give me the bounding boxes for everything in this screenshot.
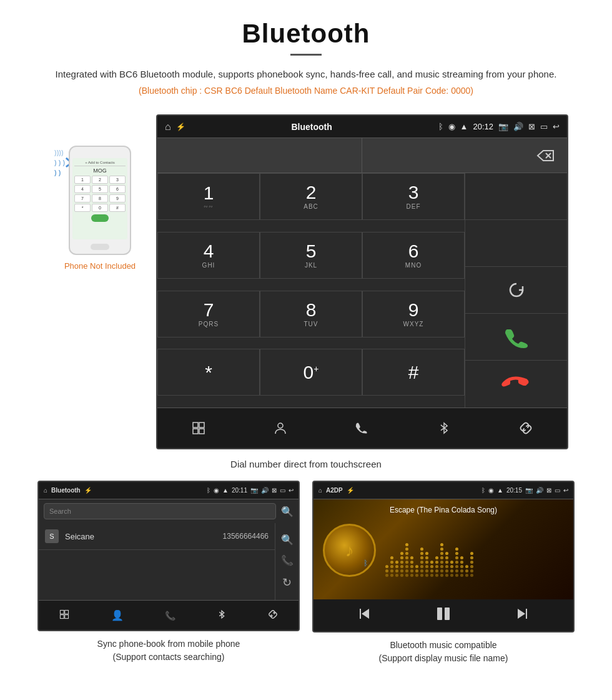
- page-header: Bluetooth Integrated with BC6 Bluetooth …: [0, 0, 612, 102]
- page-specs: (Bluetooth chip : CSR BC6 Default Blueto…: [37, 86, 575, 96]
- pb-nav-person[interactable]: 👤: [111, 609, 124, 621]
- music-dots-visual: // Dots will be generated below: [385, 524, 564, 577]
- music-x-icon: ⊠: [546, 487, 551, 494]
- album-bt-icon: ᛒ: [363, 559, 368, 568]
- dial-key-hash[interactable]: #: [362, 349, 465, 396]
- dial-hangup-btn[interactable]: [465, 361, 567, 408]
- pb-statusbar: ⌂ Bluetooth ⚡ ᛒ ◉ ▲ 20:11 📷 🔊 ⊠ ▭ ↩: [39, 482, 299, 499]
- music-play-pause-btn[interactable]: [435, 606, 452, 625]
- dial-keys-area: 1 ∾∾ 2 ABC 3 DEF 4 GHI 5 JKL: [157, 173, 567, 408]
- back-icon: ↩: [553, 122, 560, 131]
- pb-title: Bluetooth: [51, 487, 81, 494]
- svg-marker-16: [518, 609, 525, 619]
- pb-back-icon: ↩: [289, 487, 294, 494]
- right-empty-1: [465, 173, 567, 220]
- dial-key-4[interactable]: 4 GHI: [157, 232, 260, 279]
- phone-key: 4: [74, 185, 91, 193]
- phone-home-btn: [91, 244, 109, 250]
- pb-nav-grid[interactable]: [59, 609, 69, 622]
- pb-search-right-icon[interactable]: 🔍: [281, 534, 294, 546]
- dial-grid: 1 ∾∾ 2 ABC 3 DEF 4 GHI 5 JKL: [157, 173, 465, 408]
- nav-person-icon[interactable]: [265, 414, 296, 442]
- phone-key: 2: [92, 176, 108, 184]
- statusbar-left: ⌂ ⚡: [165, 121, 185, 132]
- svg-marker-12: [362, 609, 369, 619]
- pb-nav-phone[interactable]: 📞: [165, 611, 175, 621]
- music-next-btn[interactable]: [515, 607, 529, 624]
- phone-call-btn: [91, 214, 109, 222]
- pb-bt-icon: ᛒ: [207, 487, 210, 494]
- music-status-right: ᛒ ◉ ▲ 20:15 📷 🔊 ⊠ ▭ ↩: [481, 487, 568, 494]
- dial-key-2[interactable]: 2 ABC: [260, 173, 362, 220]
- dial-key-6[interactable]: 6 MNO: [362, 232, 465, 279]
- contact-number: 13566664466: [223, 532, 269, 541]
- music-album-art: ♪ ᛒ: [323, 524, 376, 577]
- dial-key-0[interactable]: 0+: [260, 349, 362, 396]
- pb-reload-right-icon[interactable]: ↻: [282, 576, 292, 589]
- dial-key-8[interactable]: 8 TUV: [260, 291, 362, 338]
- not-included-label: Phone Not Included: [64, 261, 136, 271]
- phone-key: 5: [92, 185, 108, 193]
- dial-display: [157, 138, 567, 173]
- usb-icon: ⚡: [176, 122, 185, 131]
- svg-rect-10: [65, 614, 69, 618]
- pb-search-field[interactable]: Search: [44, 503, 276, 519]
- dial-key-9[interactable]: 9 WXYZ: [362, 291, 465, 338]
- title-underline: [290, 54, 322, 56]
- nav-link-icon[interactable]: [510, 414, 541, 442]
- music-time: 20:15: [506, 487, 522, 494]
- phone-body: + Add to Contacts MOG 1 2 3 4 5 6 7 8 9 …: [69, 146, 131, 255]
- phone-key: 0: [92, 204, 108, 212]
- music-loc-icon: ◉: [488, 487, 494, 494]
- nav-grid-icon[interactable]: [183, 414, 214, 442]
- svg-rect-2: [193, 422, 198, 428]
- dial-backspace-btn[interactable]: [362, 138, 567, 172]
- phone-screen: + Add to Contacts MOG 1 2 3 4 5 6 7 8 9 …: [72, 158, 127, 239]
- camera-icon: 📷: [498, 122, 508, 131]
- svg-rect-14: [445, 608, 450, 620]
- phonebook-screen: ⌂ Bluetooth ⚡ ᛒ ◉ ▲ 20:11 📷 🔊 ⊠ ▭ ↩: [37, 481, 300, 631]
- phonebook-caption: Sync phone-book from mobile phone (Suppo…: [97, 638, 240, 664]
- dial-call-btn[interactable]: [465, 314, 567, 361]
- svg-rect-9: [61, 614, 64, 618]
- statusbar-center: Bluetooth: [291, 122, 332, 132]
- dial-key-7[interactable]: 7 PQRS: [157, 291, 260, 338]
- main-section: )))) ) ) ) ) ) + Add to Contacts MOG 1 2…: [0, 102, 612, 452]
- pb-status-right: ᛒ ◉ ▲ 20:11 📷 🔊 ⊠ ▭ ↩: [207, 487, 294, 494]
- phone-key: 3: [109, 176, 126, 184]
- svg-point-6: [278, 423, 283, 428]
- status-time: 20:12: [473, 122, 493, 131]
- dial-key-5[interactable]: 5 JKL: [260, 232, 362, 279]
- music-screen: ⌂ A2DP ⚡ ᛒ ◉ ▲ 20:15 📷 🔊 ⊠ ▭ ↩ E: [312, 481, 575, 632]
- phone-key: 6: [109, 185, 126, 193]
- page-description: Integrated with BC6 Bluetooth module, su…: [37, 67, 575, 82]
- pb-nav-bt[interactable]: [217, 609, 226, 622]
- phone-key: 8: [92, 194, 108, 202]
- dial-key-3[interactable]: 3 DEF: [362, 173, 465, 220]
- svg-rect-7: [61, 610, 64, 614]
- phone-key: 9: [109, 194, 126, 202]
- pb-status-left: ⌂ Bluetooth ⚡: [44, 487, 92, 494]
- music-statusbar: ⌂ A2DP ⚡ ᛒ ◉ ▲ 20:15 📷 🔊 ⊠ ▭ ↩: [313, 482, 573, 499]
- music-controls: [313, 599, 573, 631]
- pb-win-icon: ▭: [280, 487, 285, 494]
- phone-key: 1: [74, 176, 91, 184]
- location-icon: ◉: [448, 122, 455, 131]
- dial-reload-btn[interactable]: [465, 267, 567, 314]
- dial-key-star[interactable]: *: [157, 349, 260, 396]
- phone-screen-number: MOG: [93, 168, 107, 174]
- dial-key-1[interactable]: 1 ∾∾: [157, 173, 260, 220]
- pb-search-icon[interactable]: 🔍: [281, 506, 294, 518]
- phone-screen-top: + Add to Contacts: [74, 161, 126, 166]
- music-prev-btn[interactable]: [358, 607, 372, 624]
- pb-phone-right-icon[interactable]: 📞: [281, 554, 294, 566]
- music-body: Escape (The Pina Colada Song) ♪ ᛒ // Dot…: [313, 499, 573, 599]
- nav-phone-icon[interactable]: [347, 414, 378, 442]
- svg-rect-8: [65, 610, 69, 614]
- pb-nav-link[interactable]: [268, 609, 278, 622]
- music-item: ⌂ A2DP ⚡ ᛒ ◉ ▲ 20:15 📷 🔊 ⊠ ▭ ↩ E: [312, 481, 575, 665]
- bt-status-icon: ᛒ: [438, 122, 443, 131]
- nav-bluetooth-icon[interactable]: [428, 414, 460, 442]
- phone-key: 7: [74, 194, 91, 202]
- pb-contact-row[interactable]: S Seicane 13566664466: [39, 523, 275, 550]
